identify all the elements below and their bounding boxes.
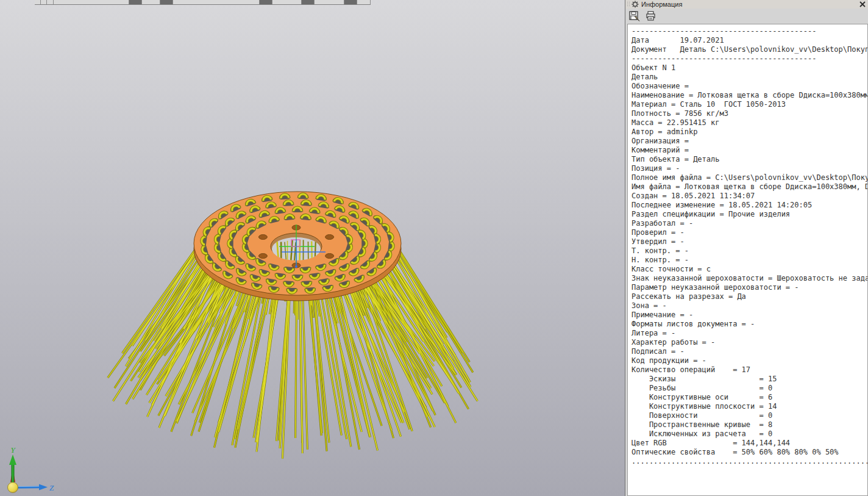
info-line: Организация = — [631, 137, 867, 146]
z-axis-arrow — [16, 487, 39, 488]
info-line: ----------------------------------------… — [631, 27, 867, 36]
info-line: Исключенных из расчета = 0 — [631, 430, 867, 439]
panel-title: Информация — [641, 1, 682, 8]
print-icon[interactable] — [645, 11, 657, 22]
close-icon[interactable] — [859, 1, 866, 8]
info-line: Оптические свойства = 50% 60% 80% 80% 0%… — [631, 448, 867, 457]
info-report-text: ----------------------------------------… — [627, 24, 868, 496]
info-line: Имя файла = Лотковая щетка в сборе Dдиск… — [631, 182, 867, 192]
info-line: Позиция = - — [631, 164, 867, 173]
info-line: Форматы листов документа = - — [631, 320, 867, 329]
info-line: Т. контр. = - — [631, 246, 867, 256]
info-line: Создан = 18.05.2021 11:34:07 — [631, 192, 867, 201]
info-line: ........................................… — [631, 457, 867, 466]
info-line: Зона = - — [631, 301, 867, 311]
info-line: Н. контр. = - — [631, 256, 867, 265]
info-line: Код продукции = - — [631, 356, 867, 365]
info-line: Разработал = - — [631, 219, 867, 228]
info-line: ----------------------------------------… — [631, 54, 867, 63]
info-line: Рассекать на разрезах = Да — [631, 292, 867, 301]
info-line: Последнее изменение = 18.05.2021 14:20:0… — [631, 201, 867, 210]
info-panel-header: Информация — [625, 0, 868, 9]
toolbar-fragment — [35, 0, 371, 5]
info-line: Параметр неуказанной шероховатости = - — [631, 283, 867, 292]
info-line: Пространственные кривые = 8 — [631, 420, 867, 430]
save-icon[interactable] — [628, 11, 641, 22]
info-line: Резьбы = 0 — [631, 384, 867, 393]
3d-viewport[interactable]: Y Z — [0, 0, 625, 496]
info-line: Подписал = - — [631, 347, 867, 356]
application-window: Y Z Информация — [0, 0, 868, 496]
info-line: Примечание = - — [631, 311, 867, 320]
info-line: Документ Деталь C:\Users\polovnikov_vv\D… — [631, 45, 867, 54]
info-line: Поверхности = 0 — [631, 411, 867, 420]
info-line: Утвердил = - — [631, 237, 867, 246]
info-line: Автор = adminkp — [631, 128, 867, 137]
info-line: Количество операций = 17 — [631, 365, 867, 375]
info-line: Эскизы = 15 — [631, 375, 867, 384]
info-line: Раздел спецификации = Прочие изделия — [631, 210, 867, 219]
info-line: Наименование = Лотковая щетка в сборе Dд… — [631, 91, 867, 100]
info-line: Материал = Сталь 10 ГОСТ 1050-2013 — [631, 100, 867, 109]
info-line: Знак неуказанной шероховатости = Шерохов… — [631, 274, 867, 283]
z-axis-label: Z — [49, 483, 54, 492]
info-line: Дата 19.07.2021 — [631, 36, 867, 45]
info-line: Литера = - — [631, 329, 867, 338]
gear-icon — [631, 1, 639, 8]
info-line: Масса = 22.951415 кг — [631, 118, 867, 128]
info-line: Тип объекта = Деталь — [631, 155, 867, 164]
info-line: Класс точности = c — [631, 265, 867, 274]
info-line: Комментарий = — [631, 146, 867, 155]
info-line: Проверил = - — [631, 228, 867, 237]
info-line: Характер работы = - — [631, 338, 867, 347]
info-line: Плотность = 7856 кг/м3 — [631, 109, 867, 118]
info-panel: Информация — [625, 0, 868, 496]
brush-3d-model-canvas[interactable]: Y Z — [0, 0, 625, 496]
info-line: Конструктивные оси = 6 — [631, 393, 867, 402]
info-panel-toolbar — [625, 9, 868, 24]
origin-sphere — [8, 483, 18, 493]
panel-grip-handle[interactable] — [627, 1, 630, 7]
info-line: Объект N 1 — [631, 63, 867, 73]
info-line: Деталь — [631, 73, 867, 82]
info-line: Конструктивные плоскости = 14 — [631, 402, 867, 411]
info-line: Цвет RGB = 144,144,144 — [631, 439, 867, 448]
info-line: Обозначение = — [631, 82, 867, 91]
info-line: Полное имя файла = C:\Users\polovnikov_v… — [631, 173, 867, 182]
